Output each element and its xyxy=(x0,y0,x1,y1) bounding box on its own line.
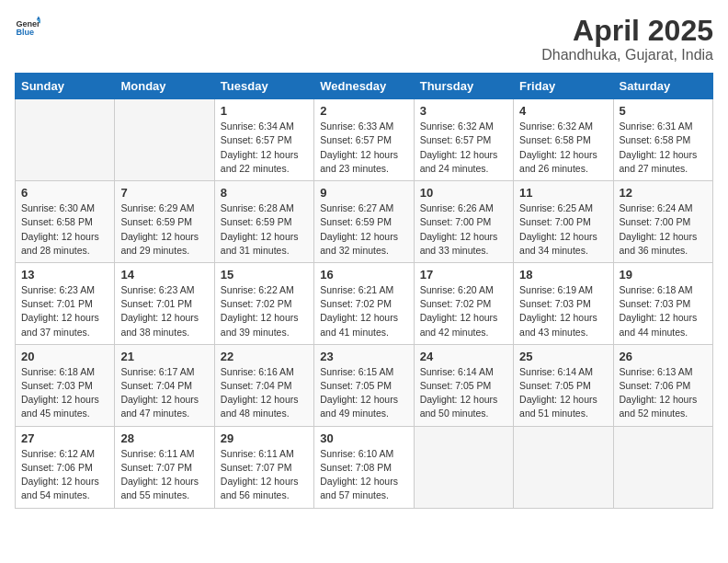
day-number: 30 xyxy=(320,431,407,445)
day-cell: 7Sunrise: 6:29 AM Sunset: 6:59 PM Daylig… xyxy=(115,181,214,263)
day-number: 17 xyxy=(420,268,507,282)
week-row-2: 6Sunrise: 6:30 AM Sunset: 6:58 PM Daylig… xyxy=(16,181,713,263)
day-number: 8 xyxy=(221,186,308,200)
col-header-thursday: Thursday xyxy=(414,74,513,99)
day-cell: 21Sunrise: 6:17 AM Sunset: 7:04 PM Dayli… xyxy=(115,344,214,426)
day-number: 4 xyxy=(519,104,607,118)
day-cell: 6Sunrise: 6:30 AM Sunset: 6:58 PM Daylig… xyxy=(16,181,115,263)
day-cell: 24Sunrise: 6:14 AM Sunset: 7:05 PM Dayli… xyxy=(414,344,513,426)
day-info: Sunrise: 6:26 AM Sunset: 7:00 PM Dayligh… xyxy=(420,201,507,258)
day-number: 6 xyxy=(21,186,108,200)
day-info: Sunrise: 6:28 AM Sunset: 6:59 PM Dayligh… xyxy=(221,201,308,258)
day-number: 12 xyxy=(620,186,707,200)
day-number: 26 xyxy=(620,350,707,363)
day-cell: 19Sunrise: 6:18 AM Sunset: 7:03 PM Dayli… xyxy=(613,262,712,344)
day-number: 1 xyxy=(221,104,308,118)
day-info: Sunrise: 6:34 AM Sunset: 6:57 PM Dayligh… xyxy=(221,120,308,176)
col-header-sunday: Sunday xyxy=(16,74,115,99)
day-cell: 4Sunrise: 6:32 AM Sunset: 6:58 PM Daylig… xyxy=(514,99,613,181)
day-cell xyxy=(414,426,513,508)
day-info: Sunrise: 6:11 AM Sunset: 7:07 PM Dayligh… xyxy=(221,447,308,503)
title-area: April 2025 Dhandhuka, Gujarat, India xyxy=(541,15,713,63)
day-cell: 30Sunrise: 6:10 AM Sunset: 7:08 PM Dayli… xyxy=(314,426,414,508)
location-subtitle: Dhandhuka, Gujarat, India xyxy=(541,47,713,63)
day-cell: 14Sunrise: 6:23 AM Sunset: 7:01 PM Dayli… xyxy=(115,262,214,344)
col-header-tuesday: Tuesday xyxy=(214,74,313,99)
logo: General Blue xyxy=(15,15,40,40)
day-info: Sunrise: 6:14 AM Sunset: 7:05 PM Dayligh… xyxy=(420,365,507,421)
day-cell: 23Sunrise: 6:15 AM Sunset: 7:05 PM Dayli… xyxy=(314,344,414,426)
col-header-monday: Monday xyxy=(115,74,214,99)
day-number: 25 xyxy=(519,350,607,363)
svg-marker-2 xyxy=(37,16,40,19)
day-number: 14 xyxy=(120,268,208,282)
day-info: Sunrise: 6:23 AM Sunset: 7:01 PM Dayligh… xyxy=(120,283,208,339)
week-row-1: 1Sunrise: 6:34 AM Sunset: 6:57 PM Daylig… xyxy=(16,99,713,181)
day-cell: 9Sunrise: 6:27 AM Sunset: 6:59 PM Daylig… xyxy=(314,181,414,263)
week-row-3: 13Sunrise: 6:23 AM Sunset: 7:01 PM Dayli… xyxy=(16,262,713,344)
logo-icon: General Blue xyxy=(15,15,40,40)
day-info: Sunrise: 6:10 AM Sunset: 7:08 PM Dayligh… xyxy=(320,447,407,503)
day-info: Sunrise: 6:25 AM Sunset: 7:00 PM Dayligh… xyxy=(519,201,607,258)
day-info: Sunrise: 6:30 AM Sunset: 6:58 PM Dayligh… xyxy=(21,201,108,258)
day-number: 10 xyxy=(420,186,507,200)
day-info: Sunrise: 6:20 AM Sunset: 7:02 PM Dayligh… xyxy=(420,283,507,339)
day-cell: 29Sunrise: 6:11 AM Sunset: 7:07 PM Dayli… xyxy=(214,426,313,508)
day-info: Sunrise: 6:22 AM Sunset: 7:02 PM Dayligh… xyxy=(221,283,308,339)
calendar-table: SundayMondayTuesdayWednesdayThursdayFrid… xyxy=(15,73,713,508)
day-info: Sunrise: 6:32 AM Sunset: 6:57 PM Dayligh… xyxy=(420,120,507,176)
day-cell xyxy=(613,426,712,508)
day-cell: 5Sunrise: 6:31 AM Sunset: 6:58 PM Daylig… xyxy=(613,99,712,181)
day-cell: 12Sunrise: 6:24 AM Sunset: 7:00 PM Dayli… xyxy=(613,181,712,263)
col-header-saturday: Saturday xyxy=(613,74,712,99)
day-cell: 22Sunrise: 6:16 AM Sunset: 7:04 PM Dayli… xyxy=(214,344,313,426)
svg-text:Blue: Blue xyxy=(16,28,34,37)
day-number: 29 xyxy=(221,431,308,445)
day-cell: 17Sunrise: 6:20 AM Sunset: 7:02 PM Dayli… xyxy=(414,262,513,344)
day-cell: 15Sunrise: 6:22 AM Sunset: 7:02 PM Dayli… xyxy=(214,262,313,344)
day-number: 19 xyxy=(620,268,707,282)
day-number: 11 xyxy=(519,186,607,200)
day-number: 27 xyxy=(21,431,108,445)
day-cell: 10Sunrise: 6:26 AM Sunset: 7:00 PM Dayli… xyxy=(414,181,513,263)
day-cell xyxy=(115,99,214,181)
day-cell: 2Sunrise: 6:33 AM Sunset: 6:57 PM Daylig… xyxy=(314,99,414,181)
day-cell: 20Sunrise: 6:18 AM Sunset: 7:03 PM Dayli… xyxy=(16,344,115,426)
day-cell: 13Sunrise: 6:23 AM Sunset: 7:01 PM Dayli… xyxy=(16,262,115,344)
day-cell: 3Sunrise: 6:32 AM Sunset: 6:57 PM Daylig… xyxy=(414,99,513,181)
day-number: 16 xyxy=(320,268,407,282)
day-info: Sunrise: 6:14 AM Sunset: 7:05 PM Dayligh… xyxy=(519,365,607,421)
day-number: 15 xyxy=(221,268,308,282)
week-row-5: 27Sunrise: 6:12 AM Sunset: 7:06 PM Dayli… xyxy=(16,426,713,508)
day-number: 20 xyxy=(21,350,108,363)
day-cell: 1Sunrise: 6:34 AM Sunset: 6:57 PM Daylig… xyxy=(214,99,313,181)
day-number: 7 xyxy=(120,186,208,200)
day-cell: 25Sunrise: 6:14 AM Sunset: 7:05 PM Dayli… xyxy=(514,344,613,426)
day-cell: 26Sunrise: 6:13 AM Sunset: 7:06 PM Dayli… xyxy=(613,344,712,426)
day-info: Sunrise: 6:21 AM Sunset: 7:02 PM Dayligh… xyxy=(320,283,407,339)
day-info: Sunrise: 6:23 AM Sunset: 7:01 PM Dayligh… xyxy=(21,283,108,339)
day-info: Sunrise: 6:24 AM Sunset: 7:00 PM Dayligh… xyxy=(620,201,707,258)
day-number: 24 xyxy=(420,350,507,363)
day-info: Sunrise: 6:16 AM Sunset: 7:04 PM Dayligh… xyxy=(221,365,308,421)
day-number: 5 xyxy=(620,104,707,118)
day-info: Sunrise: 6:19 AM Sunset: 7:03 PM Dayligh… xyxy=(519,283,607,339)
day-info: Sunrise: 6:15 AM Sunset: 7:05 PM Dayligh… xyxy=(320,365,407,421)
day-info: Sunrise: 6:29 AM Sunset: 6:59 PM Dayligh… xyxy=(120,201,208,258)
day-number: 13 xyxy=(21,268,108,282)
page-header: General Blue April 2025 Dhandhuka, Gujar… xyxy=(15,15,713,63)
svg-text:General: General xyxy=(16,19,40,29)
day-number: 22 xyxy=(221,350,308,363)
day-cell: 28Sunrise: 6:11 AM Sunset: 7:07 PM Dayli… xyxy=(115,426,214,508)
day-number: 21 xyxy=(120,350,208,363)
col-header-friday: Friday xyxy=(514,74,613,99)
day-info: Sunrise: 6:11 AM Sunset: 7:07 PM Dayligh… xyxy=(120,447,208,503)
month-title: April 2025 xyxy=(541,15,713,47)
day-cell: 27Sunrise: 6:12 AM Sunset: 7:06 PM Dayli… xyxy=(16,426,115,508)
day-info: Sunrise: 6:27 AM Sunset: 6:59 PM Dayligh… xyxy=(320,201,407,258)
day-info: Sunrise: 6:33 AM Sunset: 6:57 PM Dayligh… xyxy=(320,120,407,176)
day-cell xyxy=(514,426,613,508)
day-info: Sunrise: 6:32 AM Sunset: 6:58 PM Dayligh… xyxy=(519,120,607,176)
day-info: Sunrise: 6:18 AM Sunset: 7:03 PM Dayligh… xyxy=(21,365,108,421)
day-info: Sunrise: 6:12 AM Sunset: 7:06 PM Dayligh… xyxy=(21,447,108,503)
